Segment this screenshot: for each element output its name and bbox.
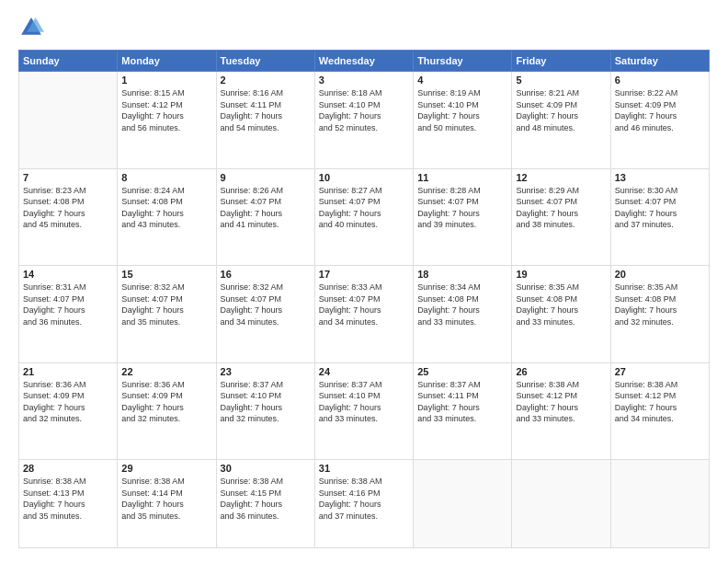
day-number: 23: [221, 366, 311, 377]
calendar-cell: 1Sunrise: 8:15 AMSunset: 4:12 PMDaylight…: [118, 72, 216, 169]
day-number: 5: [516, 75, 606, 86]
day-info: Sunrise: 8:37 AMSunset: 4:10 PMDaylight:…: [319, 379, 409, 425]
calendar-cell: 13Sunrise: 8:30 AMSunset: 4:07 PMDayligh…: [610, 168, 709, 266]
day-info: Sunrise: 8:30 AMSunset: 4:07 PMDaylight:…: [615, 185, 705, 231]
calendar-cell: 11Sunrise: 8:28 AMSunset: 4:07 PMDayligh…: [414, 168, 512, 266]
calendar-cell: 23Sunrise: 8:37 AMSunset: 4:10 PMDayligh…: [216, 362, 314, 460]
calendar-week-row: 1Sunrise: 8:15 AMSunset: 4:12 PMDaylight…: [19, 72, 710, 169]
calendar-cell: 16Sunrise: 8:32 AMSunset: 4:07 PMDayligh…: [216, 266, 314, 363]
calendar-cell: 7Sunrise: 8:23 AMSunset: 4:08 PMDaylight…: [19, 168, 118, 266]
day-info: Sunrise: 8:15 AMSunset: 4:12 PMDaylight:…: [121, 87, 211, 133]
calendar-cell: [610, 460, 709, 548]
calendar-cell: 9Sunrise: 8:26 AMSunset: 4:07 PMDaylight…: [216, 168, 314, 266]
day-info: Sunrise: 8:16 AMSunset: 4:11 PMDaylight:…: [221, 87, 311, 133]
day-number: 15: [121, 269, 211, 280]
day-info: Sunrise: 8:23 AMSunset: 4:08 PMDaylight:…: [23, 185, 113, 231]
calendar-cell: 6Sunrise: 8:22 AMSunset: 4:09 PMDaylight…: [610, 72, 709, 169]
day-info: Sunrise: 8:37 AMSunset: 4:11 PMDaylight:…: [417, 379, 507, 425]
calendar-cell: 4Sunrise: 8:19 AMSunset: 4:10 PMDaylight…: [414, 72, 512, 169]
day-info: Sunrise: 8:38 AMSunset: 4:15 PMDaylight:…: [221, 476, 311, 522]
day-number: 12: [516, 172, 606, 183]
day-number: 18: [417, 269, 507, 280]
calendar-cell: 31Sunrise: 8:38 AMSunset: 4:16 PMDayligh…: [314, 460, 413, 548]
day-info: Sunrise: 8:35 AMSunset: 4:08 PMDaylight:…: [516, 282, 606, 327]
day-info: Sunrise: 8:31 AMSunset: 4:07 PMDaylight:…: [23, 282, 113, 327]
calendar-cell: [414, 460, 512, 548]
calendar-cell: 28Sunrise: 8:38 AMSunset: 4:13 PMDayligh…: [19, 460, 118, 548]
calendar-week-row: 28Sunrise: 8:38 AMSunset: 4:13 PMDayligh…: [19, 460, 710, 548]
day-number: 31: [319, 463, 409, 474]
day-number: 20: [615, 269, 705, 280]
calendar-cell: 29Sunrise: 8:38 AMSunset: 4:14 PMDayligh…: [118, 460, 216, 548]
day-info: Sunrise: 8:21 AMSunset: 4:09 PMDaylight:…: [516, 87, 606, 133]
day-info: Sunrise: 8:27 AMSunset: 4:07 PMDaylight:…: [319, 185, 409, 231]
calendar-cell: [512, 460, 610, 548]
day-number: 13: [615, 172, 705, 183]
day-number: 19: [516, 269, 606, 280]
day-info: Sunrise: 8:24 AMSunset: 4:08 PMDaylight:…: [121, 185, 211, 231]
day-info: Sunrise: 8:34 AMSunset: 4:08 PMDaylight:…: [417, 282, 507, 327]
calendar-cell: 22Sunrise: 8:36 AMSunset: 4:09 PMDayligh…: [118, 362, 216, 460]
calendar-day-header: Monday: [118, 51, 216, 72]
day-info: Sunrise: 8:32 AMSunset: 4:07 PMDaylight:…: [121, 282, 211, 327]
calendar-cell: [19, 72, 118, 169]
header: [18, 15, 710, 40]
calendar-cell: 12Sunrise: 8:29 AMSunset: 4:07 PMDayligh…: [512, 168, 610, 266]
calendar-cell: 3Sunrise: 8:18 AMSunset: 4:10 PMDaylight…: [314, 72, 413, 169]
calendar-week-row: 7Sunrise: 8:23 AMSunset: 4:08 PMDaylight…: [19, 168, 710, 266]
day-number: 8: [121, 172, 211, 183]
calendar-cell: 20Sunrise: 8:35 AMSunset: 4:08 PMDayligh…: [610, 266, 709, 363]
calendar-week-row: 21Sunrise: 8:36 AMSunset: 4:09 PMDayligh…: [19, 362, 710, 460]
day-number: 3: [319, 75, 409, 86]
day-info: Sunrise: 8:28 AMSunset: 4:07 PMDaylight:…: [417, 185, 507, 231]
calendar-cell: 27Sunrise: 8:38 AMSunset: 4:12 PMDayligh…: [610, 362, 709, 460]
day-info: Sunrise: 8:32 AMSunset: 4:07 PMDaylight:…: [221, 282, 311, 327]
day-number: 1: [121, 75, 211, 86]
day-number: 2: [221, 75, 311, 86]
day-info: Sunrise: 8:22 AMSunset: 4:09 PMDaylight:…: [615, 87, 705, 133]
day-info: Sunrise: 8:35 AMSunset: 4:08 PMDaylight:…: [615, 282, 705, 327]
page: SundayMondayTuesdayWednesdayThursdayFrid…: [0, 0, 728, 563]
calendar-day-header: Friday: [512, 51, 610, 72]
calendar-cell: 21Sunrise: 8:36 AMSunset: 4:09 PMDayligh…: [19, 362, 118, 460]
day-info: Sunrise: 8:38 AMSunset: 4:13 PMDaylight:…: [23, 476, 113, 522]
logo: [18, 15, 48, 40]
logo-icon: [18, 15, 44, 40]
day-number: 10: [319, 172, 409, 183]
calendar-day-header: Wednesday: [314, 51, 413, 72]
day-info: Sunrise: 8:37 AMSunset: 4:10 PMDaylight:…: [221, 379, 311, 425]
calendar-table: SundayMondayTuesdayWednesdayThursdayFrid…: [18, 50, 710, 548]
calendar-cell: 10Sunrise: 8:27 AMSunset: 4:07 PMDayligh…: [314, 168, 413, 266]
day-number: 22: [121, 366, 211, 377]
day-number: 9: [221, 172, 311, 183]
calendar-day-header: Tuesday: [216, 51, 314, 72]
day-info: Sunrise: 8:38 AMSunset: 4:12 PMDaylight:…: [615, 379, 705, 425]
day-info: Sunrise: 8:18 AMSunset: 4:10 PMDaylight:…: [319, 87, 409, 133]
day-number: 7: [23, 172, 113, 183]
day-info: Sunrise: 8:29 AMSunset: 4:07 PMDaylight:…: [516, 185, 606, 231]
calendar-day-header: Saturday: [610, 51, 709, 72]
calendar-week-row: 14Sunrise: 8:31 AMSunset: 4:07 PMDayligh…: [19, 266, 710, 363]
day-info: Sunrise: 8:33 AMSunset: 4:07 PMDaylight:…: [319, 282, 409, 327]
day-number: 17: [319, 269, 409, 280]
day-info: Sunrise: 8:26 AMSunset: 4:07 PMDaylight:…: [221, 185, 311, 231]
day-number: 21: [23, 366, 113, 377]
day-info: Sunrise: 8:38 AMSunset: 4:12 PMDaylight:…: [516, 379, 606, 425]
day-number: 30: [221, 463, 311, 474]
calendar-cell: 2Sunrise: 8:16 AMSunset: 4:11 PMDaylight…: [216, 72, 314, 169]
day-number: 29: [121, 463, 211, 474]
day-number: 26: [516, 366, 606, 377]
day-number: 28: [23, 463, 113, 474]
day-number: 6: [615, 75, 705, 86]
calendar-day-header: Sunday: [19, 51, 118, 72]
day-info: Sunrise: 8:36 AMSunset: 4:09 PMDaylight:…: [23, 379, 113, 425]
calendar-cell: 19Sunrise: 8:35 AMSunset: 4:08 PMDayligh…: [512, 266, 610, 363]
day-number: 25: [417, 366, 507, 377]
day-number: 4: [417, 75, 507, 86]
calendar-day-header: Thursday: [414, 51, 512, 72]
day-number: 27: [615, 366, 705, 377]
calendar-header-row: SundayMondayTuesdayWednesdayThursdayFrid…: [19, 51, 710, 72]
day-info: Sunrise: 8:38 AMSunset: 4:14 PMDaylight:…: [121, 476, 211, 522]
calendar-cell: 25Sunrise: 8:37 AMSunset: 4:11 PMDayligh…: [414, 362, 512, 460]
calendar-cell: 8Sunrise: 8:24 AMSunset: 4:08 PMDaylight…: [118, 168, 216, 266]
